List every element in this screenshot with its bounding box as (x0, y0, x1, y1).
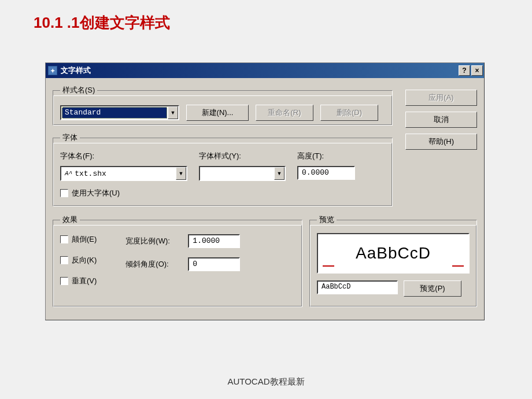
preview-group: 预览 AaBbCcD AaBbCcD 预览(P) (309, 215, 477, 307)
preview-button[interactable]: 预览(P) (404, 280, 461, 297)
dialog-body: 样式名(S) Standard ▼ 新建(N)... 重命名(R) 删除(D) … (46, 78, 484, 320)
vertical-checkbox[interactable] (60, 277, 68, 285)
app-icon: ✦ (48, 66, 57, 75)
vertical-label: 垂直(V) (72, 276, 97, 286)
chevron-down-icon: ▼ (274, 167, 285, 180)
height-label: 高度(T): (297, 151, 361, 161)
width-factor-label: 宽度比例(W): (125, 236, 183, 246)
preview-input[interactable]: AaBbCcD (317, 280, 398, 294)
font-group: 字体 字体名(F): A^ txt.shx ▼ 字体样式(Y): (53, 132, 393, 206)
font-legend: 字体 (60, 132, 80, 143)
preview-sample-text: AaBbCcD (356, 244, 431, 263)
preview-legend: 预览 (317, 215, 337, 225)
style-name-combo[interactable]: Standard ▼ (60, 105, 179, 120)
chevron-down-icon: ▼ (168, 106, 178, 119)
big-font-label: 使用大字体(U) (72, 188, 120, 198)
delete-button[interactable]: 删除(D) (320, 105, 378, 121)
preview-canvas: AaBbCcD (317, 233, 470, 274)
dialog-title: 文字样式 (61, 65, 459, 76)
font-name-combo[interactable]: A^ txt.shx ▼ (60, 166, 187, 181)
cancel-button[interactable]: 取消 (405, 112, 477, 128)
close-button[interactable]: × (471, 65, 483, 76)
rename-button[interactable]: 重命名(R) (256, 105, 313, 121)
font-name-label: 字体名(F): (60, 151, 187, 161)
big-font-checkbox[interactable] (60, 189, 68, 197)
effects-group: 效果 颠倒(E) 反向(K) 垂直(V) (53, 215, 302, 307)
oblique-angle-label: 倾斜角度(O): (125, 259, 183, 269)
preview-baseline-left (323, 265, 334, 267)
text-style-dialog: ✦ 文字样式 ? × 样式名(S) Standard ▼ 新建(N)... 重命… (45, 62, 485, 320)
preview-baseline-right (452, 265, 464, 267)
font-style-label: 字体样式(Y): (199, 151, 286, 161)
font-style-value (200, 172, 274, 175)
titlebar: ✦ 文字样式 ? × (46, 63, 484, 78)
backwards-checkbox[interactable] (60, 256, 68, 264)
style-name-group: 样式名(S) Standard ▼ 新建(N)... 重命名(R) 删除(D) (53, 85, 393, 125)
height-input[interactable]: 0.0000 (297, 166, 355, 180)
side-buttons: 应用(A) 取消 帮助(H) (405, 90, 477, 150)
page-footer: AUTOCAD教程最新 (0, 376, 532, 387)
shx-font-icon: A^ (65, 170, 72, 177)
apply-button[interactable]: 应用(A) (405, 90, 477, 106)
help-button[interactable]: ? (459, 65, 470, 76)
oblique-angle-input[interactable]: 0 (188, 257, 240, 271)
backwards-label: 反向(K) (72, 255, 97, 265)
font-name-value: txt.shx (75, 169, 106, 178)
width-factor-input[interactable]: 1.0000 (188, 234, 240, 248)
effects-legend: 效果 (60, 215, 80, 225)
style-name-value: Standard (62, 107, 167, 119)
page-title: 10.1 .1创建文字样式 (34, 13, 170, 33)
font-style-combo[interactable]: ▼ (199, 166, 286, 181)
upside-down-checkbox[interactable] (60, 235, 68, 243)
style-name-legend: 样式名(S) (60, 85, 97, 95)
help-side-button[interactable]: 帮助(H) (405, 134, 477, 150)
upside-down-label: 颠倒(E) (72, 234, 97, 245)
chevron-down-icon: ▼ (176, 167, 186, 180)
new-button[interactable]: 新建(N)... (186, 105, 249, 121)
